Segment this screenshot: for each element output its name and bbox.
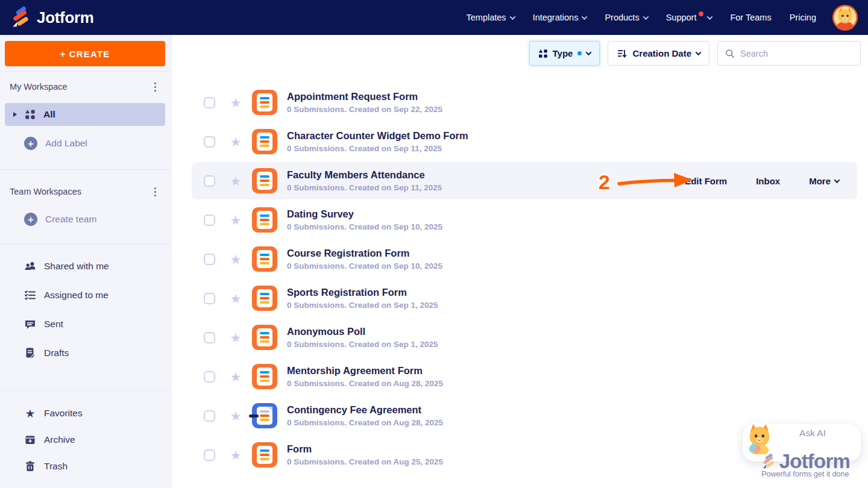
filter-active-dot <box>577 51 582 55</box>
nav-products[interactable]: Products <box>605 13 647 22</box>
step-number: 2 <box>599 170 610 193</box>
search-input[interactable] <box>740 49 853 58</box>
more-button[interactable]: More <box>809 176 839 186</box>
ask-ai-label[interactable]: Ask AI <box>799 428 826 439</box>
favorite-star-icon[interactable]: ★ <box>229 136 242 148</box>
jotform-logo[interactable]: Jotform <box>10 7 94 28</box>
brand-name: Jotform <box>37 8 94 27</box>
form-text: Appointment Request Form 0 Submissions. … <box>287 91 442 114</box>
form-meta: 0 Submissions. Created on Sep 10, 2025 <box>287 222 442 231</box>
sidebar-item-trash[interactable]: Trash <box>24 459 68 474</box>
form-meta: 0 Submissions. Created on Sep 10, 2025 <box>287 261 442 271</box>
chevron-down-icon <box>643 14 649 20</box>
form-title[interactable]: Form <box>287 443 443 455</box>
sidebar-item-shared-with-me[interactable]: Shared with me <box>24 259 109 274</box>
favorite-star-icon[interactable]: ★ <box>229 331 242 344</box>
form-row[interactable]: ★ Appointment Request Form 0 Submissions… <box>192 84 857 121</box>
nav-for-teams[interactable]: For Teams <box>730 13 771 22</box>
form-row[interactable]: ★ Course Registration Form 0 Submissions… <box>192 240 857 278</box>
form-text: Anonymous Poll 0 Submissions. Created on… <box>287 326 438 349</box>
favorite-star-icon[interactable]: ★ <box>229 175 242 187</box>
add-label-button[interactable]: + Add Label <box>24 136 87 151</box>
form-icon <box>252 442 277 468</box>
sidebar-item-sent[interactable]: Sent <box>24 317 63 331</box>
form-title[interactable]: Appointment Request Form <box>287 91 442 102</box>
sidebar-item-archive[interactable]: Archive <box>24 433 75 447</box>
form-title[interactable]: Course Registration Form <box>287 248 442 259</box>
chevron-down-icon <box>582 14 588 20</box>
row-checkbox[interactable] <box>204 136 215 148</box>
form-title[interactable]: Mentorship Agreement Form <box>287 365 443 377</box>
sidebar-item-assigned-to-me[interactable]: Assigned to me <box>24 288 108 302</box>
row-checkbox[interactable] <box>204 175 215 187</box>
jotform-logo-icon <box>10 7 31 28</box>
sort-icon <box>617 48 627 59</box>
avatar[interactable] <box>832 4 858 31</box>
nav-support[interactable]: Support <box>666 13 712 22</box>
form-row[interactable]: ★ Character Counter Widget Demo Form 0 S… <box>192 123 857 160</box>
form-title[interactable]: Sports Registration Form <box>287 287 438 298</box>
row-checkbox[interactable] <box>204 332 215 343</box>
favorite-star-icon[interactable]: ★ <box>229 253 242 266</box>
form-text: Form 0 Submissions. Created on Aug 25, 2… <box>287 443 443 466</box>
form-text: Sports Registration Form 0 Submissions. … <box>287 287 438 310</box>
form-row[interactable]: ★ Mentorship Agreement Form 0 Submission… <box>192 358 857 395</box>
sidebar: + CREATE My Workspace All + Add Label Te… <box>0 35 171 488</box>
sidebar-item-all[interactable]: All <box>5 103 165 126</box>
row-actions: Edit Form Inbox More <box>685 176 857 186</box>
create-team-button[interactable]: + Create team <box>24 212 96 227</box>
favorite-star-icon[interactable]: ★ <box>229 292 242 305</box>
create-button[interactable]: + CREATE <box>5 41 165 66</box>
form-title[interactable]: Character Counter Widget Demo Form <box>287 130 468 142</box>
chevron-down-icon <box>509 14 515 20</box>
row-checkbox[interactable] <box>204 97 215 108</box>
row-checkbox[interactable] <box>204 410 215 422</box>
row-checkbox[interactable] <box>204 371 215 383</box>
ask-ai-cat-icon[interactable] <box>743 421 776 457</box>
favorite-star-icon[interactable]: ★ <box>229 214 242 227</box>
favorite-star-icon[interactable]: ★ <box>229 96 242 109</box>
search-box[interactable] <box>717 41 861 66</box>
team-workspaces-menu-icon[interactable] <box>148 184 162 199</box>
form-title[interactable]: Contingency Fee Agreement <box>287 404 443 416</box>
form-title[interactable]: Dating Survey <box>287 208 442 220</box>
row-checkbox[interactable] <box>204 293 215 304</box>
nav-pricing[interactable]: Pricing <box>790 13 816 22</box>
people-icon <box>24 260 36 272</box>
checklist-icon <box>24 289 36 301</box>
row-checkbox[interactable] <box>204 449 215 461</box>
form-text: Faculty Members Attendance 0 Submissions… <box>287 169 442 192</box>
expand-caret-icon[interactable] <box>13 112 17 117</box>
form-row[interactable]: ★ Sports Registration Form 0 Submissions… <box>192 280 857 317</box>
edit-form-button[interactable]: Edit Form <box>685 176 727 186</box>
my-workspace-menu-icon[interactable] <box>148 80 162 94</box>
sidebar-item-favorites[interactable]: ★ Favorites <box>24 406 83 421</box>
form-title[interactable]: Faculty Members Attendance <box>287 169 442 181</box>
form-meta: 0 Submissions. Created on Sep 1, 2025 <box>287 301 438 310</box>
row-checkbox[interactable] <box>204 214 215 226</box>
form-icon <box>252 325 277 350</box>
form-meta: 0 Submissions. Created on Aug 25, 2025 <box>287 457 443 466</box>
form-row[interactable]: ★ Faculty Members Attendance 0 Submissio… <box>192 162 857 199</box>
type-filter-button[interactable]: Type <box>529 41 600 66</box>
grid-shapes-icon <box>24 108 36 120</box>
form-text: Mentorship Agreement Form 0 Submissions.… <box>287 365 443 388</box>
draft-icon <box>24 347 36 359</box>
favorite-star-icon[interactable]: ★ <box>229 449 242 461</box>
favorite-star-icon[interactable]: ★ <box>229 371 242 383</box>
form-text: Dating Survey 0 Submissions. Created on … <box>287 208 442 231</box>
nav-templates[interactable]: Templates <box>467 13 515 22</box>
form-row[interactable]: ★ Anonymous Poll 0 Submissions. Created … <box>192 319 857 356</box>
trash-icon <box>24 460 36 472</box>
sidebar-item-drafts[interactable]: Drafts <box>24 346 69 360</box>
form-title[interactable]: Anonymous Poll <box>287 326 438 337</box>
sort-button[interactable]: Creation Date <box>608 41 709 66</box>
form-row[interactable]: ★ Dating Survey 0 Submissions. Created o… <box>192 201 857 239</box>
form-meta: 0 Submissions. Created on Sep 22, 2025 <box>287 105 442 114</box>
row-checkbox[interactable] <box>204 254 215 265</box>
inbox-button[interactable]: Inbox <box>756 176 780 186</box>
nav-integrations[interactable]: Integrations <box>533 13 587 22</box>
favorite-star-icon[interactable]: ★ <box>229 410 242 422</box>
form-icon <box>252 90 277 115</box>
form-icon <box>252 286 277 311</box>
